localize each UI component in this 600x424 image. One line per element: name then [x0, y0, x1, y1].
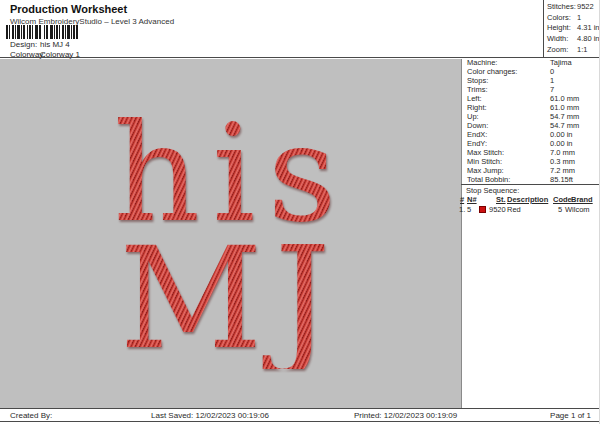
detail-label: Max Jump:: [467, 166, 504, 175]
summary-row-colors: Colors:1: [547, 13, 599, 24]
detail-row-down: Down:54.7 mm: [467, 121, 597, 130]
detail-label: EndX:: [467, 130, 487, 139]
embroidery-text-line2: MJ: [0, 229, 462, 369]
detail-label: Up:: [467, 112, 479, 121]
stat-value: 9522: [577, 2, 594, 13]
detail-row-up: Up:54.7 mm: [467, 112, 597, 121]
stop-sequence-title: Stop Sequence:: [466, 186, 519, 195]
stat-label: Zoom:: [547, 45, 568, 56]
stop-row-stitches: 9520: [489, 205, 506, 214]
detail-value: 54.7 mm: [550, 121, 579, 130]
stop-row-code: 5: [558, 205, 562, 214]
design-label: Design:: [10, 40, 37, 49]
detail-row-machine: Machine:Tajima: [467, 58, 597, 67]
detail-value: 61.0 mm: [550, 94, 579, 103]
detail-row-color-changes: Color changes:0: [467, 67, 597, 76]
stop-row-brand: Wilcom: [565, 205, 590, 214]
stat-label: Colors:: [547, 13, 571, 24]
summary-box-divider: [543, 0, 544, 57]
detail-row-endx: EndX:0.00 in: [467, 130, 597, 139]
detail-value: 85.15ft: [550, 175, 573, 184]
design-canvas: his MJ: [0, 59, 462, 408]
detail-value: 54.7 mm: [550, 112, 579, 121]
summary-stats: Stitches:9522 Colors:1 Height:4.31 in Wi…: [547, 2, 599, 55]
detail-value: 0.00 in: [550, 130, 573, 139]
stat-label: Stitches:: [547, 2, 576, 13]
detail-row-max-stitch: Max Stitch:7.0 mm: [467, 148, 597, 157]
detail-row-total-bobbin: Total Bobbin:85.15ft: [467, 175, 597, 184]
detail-value: Tajima: [550, 58, 572, 67]
stop-row-needle: 5: [467, 205, 471, 214]
detail-label: Stops:: [467, 76, 488, 85]
machine-details: Machine:Tajima Color changes:0 Stops:1 T…: [467, 58, 597, 184]
detail-value: 7: [550, 85, 554, 94]
barcode-icon: [6, 25, 80, 39]
stat-label: Height:: [547, 23, 571, 34]
col-header-code: Code: [553, 195, 572, 204]
summary-row-width: Width:4.80 in: [547, 34, 599, 45]
detail-label: Trims:: [467, 85, 488, 94]
detail-row-endy: EndY:0.00 in: [467, 139, 597, 148]
detail-row-stops: Stops:1: [467, 76, 597, 85]
summary-row-stitches: Stitches:9522: [547, 2, 599, 13]
last-saved-label: Last Saved: 12/02/2023 00:19:06: [151, 411, 269, 420]
created-by-label: Created By:: [10, 411, 52, 420]
detail-label: Machine:: [467, 58, 497, 67]
stop-row-num: 1.: [459, 205, 465, 214]
page-title: Production Worksheet: [10, 3, 127, 15]
detail-value: 7.2 mm: [550, 166, 575, 175]
detail-label: Min Stitch:: [467, 157, 502, 166]
design-value: his MJ 4: [40, 40, 70, 49]
detail-value: 0: [550, 67, 554, 76]
detail-row-trims: Trims:7: [467, 85, 597, 94]
thread-color-swatch: [479, 206, 486, 213]
detail-label: Max Stitch:: [467, 148, 504, 157]
detail-label: Color changes:: [467, 67, 517, 76]
detail-value: 1: [550, 76, 554, 85]
detail-label: EndY:: [467, 139, 487, 148]
col-header-needle: N#: [467, 195, 477, 204]
stat-value: 1: [577, 13, 581, 24]
detail-label: Total Bobbin:: [467, 175, 510, 184]
stat-value: 4.80 in: [577, 34, 600, 45]
detail-row-right: Right:61.0 mm: [467, 103, 597, 112]
detail-value: 7.0 mm: [550, 148, 575, 157]
detail-label: Down:: [467, 121, 488, 130]
detail-row-left: Left:61.0 mm: [467, 94, 597, 103]
detail-row-max-jump: Max Jump:7.2 mm: [467, 166, 597, 175]
stop-row-description: Red: [507, 205, 521, 214]
production-worksheet-page: Production Worksheet Wilcom EmbroiderySt…: [0, 0, 600, 424]
printed-label: Printed: 12/02/2023 00:19:09: [354, 411, 457, 420]
summary-row-zoom: Zoom:1:1: [547, 45, 599, 56]
footer-rule: [0, 408, 600, 409]
detail-label: Right:: [467, 103, 487, 112]
stat-label: Width:: [547, 34, 568, 45]
col-header-description: Description: [507, 195, 548, 204]
detail-value: 0.00 in: [550, 139, 573, 148]
col-header-stitches: St.: [496, 195, 506, 204]
page-number-label: Page 1 of 1: [550, 411, 591, 420]
detail-value: 61.0 mm: [550, 103, 579, 112]
stat-value: 4.31 in: [577, 23, 600, 34]
page-bottom-rule: [0, 421, 600, 422]
detail-value: 0.3 mm: [550, 157, 575, 166]
detail-label: Left:: [467, 94, 482, 103]
col-header-num: #: [460, 195, 464, 204]
summary-row-height: Height:4.31 in: [547, 23, 599, 34]
stat-value: 1:1: [577, 45, 587, 56]
stop-sequence-divider: [461, 184, 600, 185]
detail-row-min-stitch: Min Stitch:0.3 mm: [467, 157, 597, 166]
col-header-brand: Brand: [571, 195, 593, 204]
